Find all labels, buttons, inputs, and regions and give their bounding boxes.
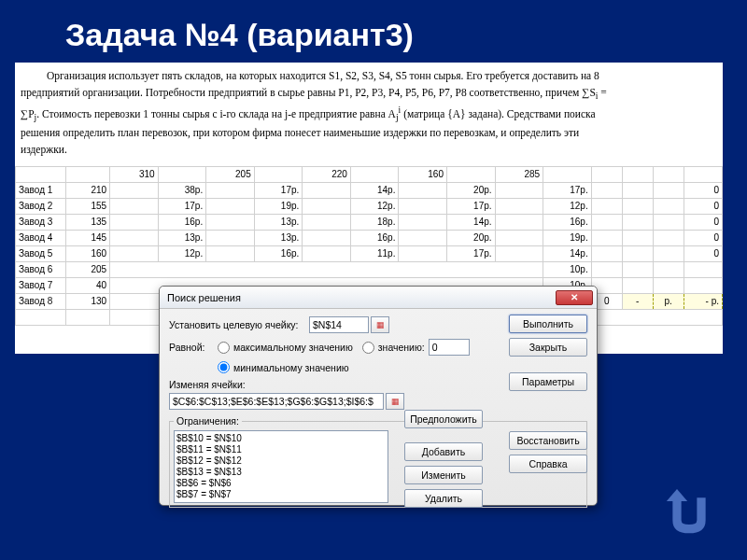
cell[interactable]: 17р. [158, 198, 206, 214]
cell[interactable]: 13р. [158, 230, 206, 245]
delete-button[interactable]: Удалить [404, 489, 483, 508]
cell[interactable]: 17р. [543, 182, 592, 198]
supply-cell[interactable]: 205 [206, 166, 255, 182]
row-label[interactable]: Завод 3 [16, 214, 66, 230]
row-label[interactable]: Завод 4 [16, 230, 66, 245]
cell[interactable]: 135 [65, 214, 109, 230]
constraints-listbox[interactable]: $B$10 = $N$10 $B$11 = $N$11 $B$12 = $N$1… [174, 430, 388, 503]
cell[interactable]: 14р. [447, 214, 496, 230]
problem-line: решения определить план перевозок, при к… [21, 127, 579, 138]
changing-cells-input[interactable] [169, 393, 384, 410]
cell[interactable]: 16р. [350, 230, 399, 245]
problem-statement: Организация использует пять складов, на … [15, 63, 723, 161]
cell[interactable]: 130 [65, 293, 109, 309]
problem-line: = [598, 87, 606, 98]
cell[interactable]: 0 [684, 198, 722, 214]
constraint-item[interactable]: $B$10 = $N$10 [176, 433, 386, 444]
cell[interactable]: 19р. [254, 198, 303, 214]
problem-line: издержки. [21, 144, 67, 155]
table-row: Завод 313516р.13р.18р.14р.16р.0 [16, 214, 723, 230]
problem-line: . Стоимость перевозки 1 тонны сырья с i-… [36, 108, 396, 119]
row-label[interactable]: Завод 1 [16, 182, 66, 198]
cell[interactable]: 16р. [158, 214, 206, 230]
cell[interactable]: 210 [65, 182, 109, 198]
cell[interactable]: 14р. [350, 182, 399, 198]
problem-line: ∑P [21, 108, 35, 119]
cell-selected[interactable]: - р. [684, 293, 722, 309]
table-row: Завод 620510р. [16, 261, 723, 277]
dialog-titlebar[interactable]: Поиск решения ✕ [160, 287, 597, 309]
cell[interactable]: 160 [65, 245, 109, 261]
cell[interactable]: 0 [684, 214, 722, 230]
ref-picker-icon[interactable]: ▦ [371, 316, 389, 333]
cell[interactable]: 13р. [254, 230, 303, 245]
row-label[interactable]: Завод 6 [16, 261, 66, 277]
value-radio[interactable] [362, 342, 374, 354]
row-label[interactable]: Завод 5 [16, 245, 66, 261]
constraint-item[interactable]: $B$12 = $N$12 [176, 455, 386, 467]
value-input[interactable] [429, 339, 470, 356]
supply-cell[interactable]: 220 [303, 166, 351, 182]
cell[interactable]: 13р. [254, 214, 303, 230]
add-button[interactable]: Добавить [404, 442, 483, 461]
supply-cell[interactable]: 285 [495, 166, 543, 182]
cell[interactable]: 0 [684, 245, 722, 261]
table-row: Завод 516012р.16р.11р.17р.14р.0 [16, 245, 723, 261]
target-cell-input[interactable] [309, 316, 369, 333]
cell[interactable]: 11р. [350, 245, 399, 261]
problem-line: Организация использует пять складов, на … [47, 70, 599, 81]
cell[interactable]: 0 [684, 182, 722, 198]
cell[interactable]: 16р. [254, 245, 303, 261]
constraint-item[interactable]: $B$11 = $N$11 [176, 444, 386, 455]
min-option-label: минимальному значению [233, 362, 349, 373]
guess-button[interactable]: Предположить [404, 410, 483, 428]
cell[interactable]: 18р. [350, 214, 399, 230]
return-arrow-icon[interactable] [663, 489, 715, 538]
reset-button[interactable]: Восстановить [509, 431, 587, 450]
cell[interactable]: 12р. [543, 198, 592, 214]
supply-cell[interactable]: 160 [399, 166, 447, 182]
row-label[interactable]: Завод 7 [16, 277, 66, 293]
supply-cell[interactable]: 310 [110, 166, 159, 182]
constraint-item[interactable]: $B$6 = $N$6 [176, 478, 386, 489]
close-button[interactable]: Закрыть [509, 338, 587, 357]
cell[interactable]: 14р. [543, 245, 592, 261]
table-row: Завод 121038р.17р.14р.20р.17р.0 [16, 182, 723, 198]
cell[interactable]: 205 [65, 261, 109, 277]
cell[interactable]: 16р. [543, 214, 592, 230]
cell[interactable]: 17р. [254, 182, 303, 198]
constraints-legend: Ограничения: [174, 415, 242, 427]
cell[interactable]: 40 [65, 277, 109, 293]
cell[interactable]: 17р. [447, 198, 496, 214]
cell-selected[interactable]: - [622, 293, 653, 309]
set-target-label: Установить целевую ячейку: [169, 319, 309, 330]
params-button[interactable]: Параметры [509, 372, 587, 391]
row-label[interactable]: Завод 8 [16, 293, 66, 309]
value-option-label: значению: [378, 342, 425, 353]
run-button[interactable]: Выполнить [509, 315, 587, 333]
constraint-item[interactable]: $B$7 = $N$7 [176, 489, 386, 500]
cell[interactable]: 20р. [447, 230, 496, 245]
cell[interactable]: 155 [65, 198, 109, 214]
constraint-item[interactable]: $B$13 = $N$13 [176, 467, 386, 478]
cell[interactable]: 12р. [350, 198, 399, 214]
slide-title: Задача №4 (вариант3) [0, 0, 747, 63]
cell-selected[interactable]: р. [653, 293, 684, 309]
edit-button[interactable]: Изменить [404, 466, 483, 484]
cell[interactable]: 38р. [158, 182, 206, 198]
dialog-title: Поиск решения [167, 292, 241, 303]
row-label[interactable]: Завод 2 [16, 198, 66, 214]
cell[interactable]: 17р. [447, 245, 496, 261]
max-radio[interactable] [218, 342, 230, 354]
cell[interactable]: 145 [65, 230, 109, 245]
close-icon[interactable]: ✕ [556, 290, 593, 305]
ref-picker-icon[interactable]: ▦ [386, 393, 404, 410]
min-radio[interactable] [218, 361, 230, 373]
table-row: Завод 414513р.13р.16р.20р.19р.0 [16, 230, 723, 245]
help-button[interactable]: Справка [509, 455, 587, 473]
cell[interactable]: 19р. [543, 230, 592, 245]
cell[interactable]: 0 [684, 230, 722, 245]
cell[interactable]: 12р. [158, 245, 206, 261]
cell[interactable]: 20р. [447, 182, 496, 198]
cell[interactable]: 10р. [543, 261, 592, 277]
